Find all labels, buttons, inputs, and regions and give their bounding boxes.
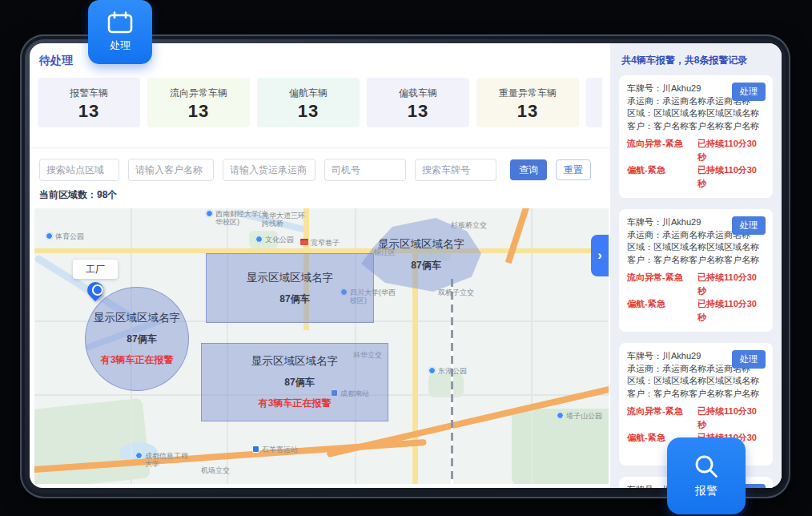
alarm-row: 流向异常-紧急已持续110分30秒 — [627, 271, 765, 297]
app-window: 待处理 报警车辆 13 流向异常车辆 13 偏航车辆 13 偏载车辆 13 重量… — [30, 43, 782, 488]
poi-icon — [135, 452, 143, 459]
driver-number-input[interactable] — [324, 159, 406, 181]
map-highway — [505, 208, 531, 264]
alert-field: 客户：客户名称客户名称客户名称 — [627, 254, 765, 267]
field-value: 区域区域名称区域区域名称 — [653, 376, 759, 385]
calendar-icon — [107, 11, 133, 34]
field-value: 川Akhu29 — [662, 83, 701, 93]
alert-field: 客户：客户名称客户名称客户名称 — [627, 120, 765, 133]
stat-value: 13 — [367, 101, 469, 122]
alarm-duration: 已持续110分30秒 — [697, 137, 765, 163]
map-place-label: 宽窄巷子 — [300, 239, 340, 247]
field-label: 车牌号： — [627, 217, 662, 227]
map-region-rect[interactable]: 显示区域区域名字 87俩车 — [206, 253, 374, 323]
map-place-label: 成都信息工程大学 — [135, 452, 191, 468]
section-divider — [30, 147, 610, 148]
stat-card — [586, 78, 602, 127]
map-canvas[interactable]: 体育公园光华大道三环跨线桥西南财经大学(光华校区)文化公园宽窄巷子锦江区杉板桥立… — [34, 208, 609, 484]
field-label: 区域： — [627, 376, 653, 385]
process-fab-label: 处理 — [110, 38, 131, 53]
region-vehicle-count: 87俩车 — [411, 259, 440, 272]
main-panel: 待处理 报警车辆 13 流向异常车辆 13 偏航车辆 13 偏载车辆 13 重量… — [30, 43, 610, 488]
alert-card: 处理 车牌号：川Akhu29承运商：承运商名称承运商名称区域：区域区域名称区域区… — [619, 75, 773, 198]
alarm-fab-label: 报警 — [695, 484, 718, 498]
field-label: 区域： — [627, 108, 653, 118]
field-label: 客户： — [627, 389, 653, 398]
stat-value: 13 — [476, 101, 579, 122]
alert-card: 处理 车牌号：川Akhu29承运商：承运商名称承运商名称区域：区域区域名称区域区… — [619, 209, 773, 332]
handle-alert-button[interactable]: 处理 — [732, 83, 766, 101]
map-railway — [451, 279, 453, 484]
poi-icon — [206, 210, 213, 217]
customer-name-input[interactable] — [128, 159, 214, 181]
alarm-duration: 已持续110分30秒 — [697, 297, 765, 324]
field-label: 车牌号： — [627, 83, 662, 93]
handle-alert-button[interactable]: 处理 — [732, 350, 766, 369]
stat-label: 报警车辆 — [38, 87, 140, 100]
alerts-sidebar: 共4辆车报警，共8条报警记录 处理 车牌号：川Akhu29承运商：承运商名称承运… — [610, 43, 782, 488]
map-region-rect[interactable]: 显示区域区域名字 87俩车 有3辆车正在报警 — [201, 343, 388, 421]
field-value: 区域区域名称区域区域名称 — [653, 108, 759, 118]
site-region-search-input[interactable] — [39, 159, 119, 181]
chevron-right-icon: › — [597, 248, 602, 264]
alarm-type: 偏航-紧急 — [627, 297, 697, 324]
alarm-duration: 已持续110分30秒 — [697, 271, 765, 297]
map-place-label: 西南财经大学(光华校区) — [206, 210, 273, 226]
query-button[interactable]: 查询 — [510, 159, 547, 180]
alert-list: 处理 车牌号：川Akhu29承运商：承运商名称承运商名称区域：区域区域名称区域区… — [619, 75, 773, 488]
field-label: 承运商： — [627, 230, 662, 240]
field-value: 川Akhu29 — [662, 217, 701, 227]
expand-panel-button[interactable]: › — [591, 235, 609, 276]
field-value: 区域区域名称区域区域名称 — [653, 242, 759, 252]
alarm-fab-button[interactable]: 报警 — [667, 437, 746, 514]
field-value: 客户名称客户名称客户名称 — [653, 389, 759, 398]
stat-card: 偏载车辆 13 — [367, 78, 469, 127]
carrier-input[interactable] — [223, 159, 316, 181]
stats-row: 报警车辆 13 流向异常车辆 13 偏航车辆 13 偏载车辆 13 重量异常车辆… — [38, 78, 602, 127]
stat-value: 13 — [257, 101, 360, 122]
metro-icon — [252, 445, 259, 453]
alarm-type: 流向异常-紧急 — [627, 137, 697, 163]
factory-marker-label: 工厂 — [73, 260, 118, 279]
field-label: 客户： — [627, 255, 653, 264]
stat-card: 重量异常车辆 13 — [476, 78, 579, 127]
place-name: 机场立交 — [201, 466, 230, 474]
alerts-summary: 共4辆车报警，共8条报警记录 — [621, 54, 773, 67]
alarm-type: 流向异常-紧急 — [627, 271, 697, 297]
alert-field: 区域：区域区域名称区域区域名称 — [627, 375, 765, 388]
handle-alert-button[interactable]: 处理 — [732, 216, 766, 235]
field-label: 区域： — [627, 242, 653, 252]
plate-search-input[interactable] — [415, 159, 496, 181]
field-label: 车牌号： — [627, 485, 662, 488]
alarm-row: 偏航-紧急已持续110分30秒 — [627, 163, 765, 190]
stat-card: 流向异常车辆 13 — [147, 78, 250, 127]
field-label: 车牌号： — [627, 351, 662, 361]
alarm-row: 偏航-紧急已持续110分30秒 — [627, 297, 765, 324]
place-name: 成都信息工程大学 — [145, 452, 191, 468]
stat-value: 13 — [38, 101, 140, 122]
region-vehicle-count: 87俩车 — [127, 333, 156, 346]
search-icon — [693, 454, 719, 479]
alert-field: 区域：区域区域名称区域区域名称 — [627, 241, 765, 254]
stat-label: 偏航车辆 — [257, 87, 360, 100]
stat-value: 13 — [147, 101, 250, 122]
reset-button[interactable]: 重置 — [556, 159, 591, 180]
poi-icon — [557, 412, 564, 419]
map-park — [512, 409, 609, 484]
map-region-circle[interactable]: 显示区域区域名字 87俩车 有3辆车正在报警 — [85, 287, 189, 391]
filter-bar: 查询 重置 — [39, 159, 602, 181]
alert-field: 区域：区域区域名称区域区域名称 — [627, 107, 765, 120]
region-name: 显示区域区域名字 — [247, 271, 333, 285]
alert-alarms: 流向异常-紧急已持续110分30秒偏航-紧急已持续110分30秒 — [627, 271, 765, 324]
region-name: 显示区域区域名字 — [94, 311, 180, 325]
alarm-row: 流向异常-紧急已持续110分30秒 — [627, 405, 765, 431]
field-value: 川Akhu29 — [662, 351, 701, 361]
map-place-label: 机场立交 — [201, 466, 230, 474]
place-name: 石羊客运站 — [262, 445, 298, 454]
field-label: 客户： — [627, 121, 653, 131]
place-name: 宽窄巷子 — [311, 239, 340, 247]
process-fab-button[interactable]: 处理 — [88, 0, 152, 64]
region-count: 当前区域数：98个 — [39, 188, 610, 202]
place-name: 体育公园 — [55, 232, 84, 240]
alarm-duration: 已持续110分30秒 — [697, 405, 765, 431]
